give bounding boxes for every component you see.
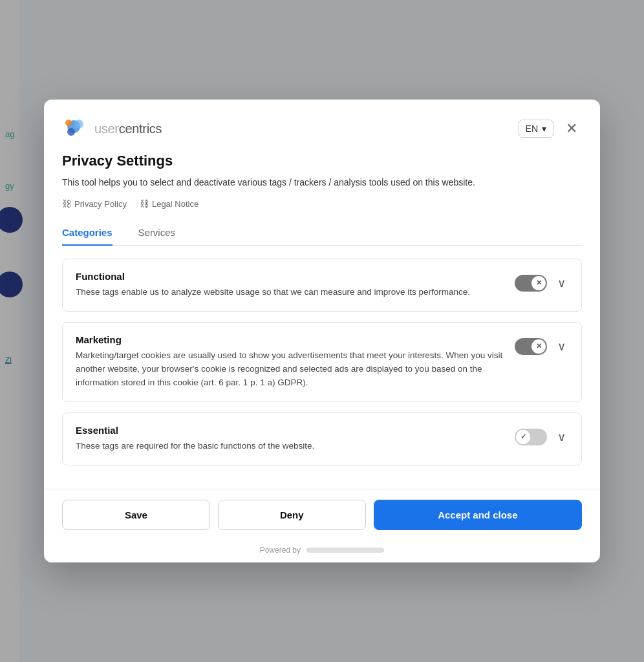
page-background: ag gy Zi usercentrics <box>0 0 644 662</box>
tabs-bar: Categories Services <box>62 220 582 246</box>
functional-controls: ✕ ∨ <box>515 273 568 293</box>
logo-area: usercentrics <box>62 115 162 142</box>
link-icon-2: ⛓ <box>140 198 149 209</box>
essential-controls: ✓ ∨ <box>515 427 568 447</box>
marketing-toggle[interactable]: ✕ <box>515 338 547 355</box>
tab-categories[interactable]: Categories <box>62 220 113 246</box>
legal-notice-link[interactable]: ⛓ Legal Notice <box>140 198 199 209</box>
svg-point-3 <box>65 120 72 126</box>
privacy-modal: usercentrics EN ▾ ✕ Privacy Settings Thi… <box>44 100 600 562</box>
tab-services[interactable]: Services <box>138 220 176 246</box>
accept-close-button[interactable]: Accept and close <box>374 500 582 530</box>
category-card-marketing: Marketing Marketing/target cookies are u… <box>62 322 582 402</box>
language-selector[interactable]: EN ▾ <box>519 120 553 138</box>
modal-overlay: usercentrics EN ▾ ✕ Privacy Settings Thi… <box>0 0 644 662</box>
essential-expand-button[interactable]: ∨ <box>555 427 568 447</box>
privacy-policy-link[interactable]: ⛓ Privacy Policy <box>62 198 127 209</box>
header-right: EN ▾ ✕ <box>519 118 582 139</box>
chevron-down-icon-2: ∨ <box>557 340 566 353</box>
toggle-check-icon: ✓ <box>521 432 526 441</box>
marketing-controls: ✕ ∨ <box>515 337 568 356</box>
toggle-x-icon: ✕ <box>536 279 542 287</box>
marketing-description: Marketing/target cookies are usually use… <box>76 349 504 390</box>
card-content-functional: Functional These tags enable us to analy… <box>76 271 504 299</box>
powered-by-text: Powered by <box>260 546 301 555</box>
save-button[interactable]: Save <box>62 500 210 530</box>
logo-icon <box>62 115 89 142</box>
chevron-down-icon: ▾ <box>542 123 546 134</box>
lang-label: EN <box>526 123 538 134</box>
marketing-title: Marketing <box>76 334 504 345</box>
card-content-essential: Essential These tags are required for th… <box>76 425 504 453</box>
category-card-functional: Functional These tags enable us to analy… <box>62 259 582 312</box>
modal-description: This tool helps you to select and deacti… <box>62 176 582 189</box>
close-button[interactable]: ✕ <box>561 118 582 139</box>
marketing-expand-button[interactable]: ∨ <box>555 337 568 356</box>
chevron-down-icon: ∨ <box>557 277 566 290</box>
modal-header: usercentrics EN ▾ ✕ Privacy Settings Thi… <box>44 100 600 246</box>
powered-by: Powered by <box>44 540 600 562</box>
deny-button[interactable]: Deny <box>218 500 366 530</box>
svg-point-1 <box>74 120 83 129</box>
svg-point-2 <box>67 128 75 136</box>
essential-toggle-knob: ✓ <box>516 430 530 444</box>
essential-description: These tags are required for the basic fu… <box>76 440 504 453</box>
functional-expand-button[interactable]: ∨ <box>555 273 568 293</box>
functional-toggle[interactable]: ✕ <box>515 275 547 292</box>
chevron-down-icon-3: ∨ <box>557 431 566 443</box>
link-icon-1: ⛓ <box>62 198 71 209</box>
card-content-marketing: Marketing Marketing/target cookies are u… <box>76 334 504 390</box>
functional-description: These tags enable us to analyze website … <box>76 286 504 299</box>
category-card-essential: Essential These tags are required for th… <box>62 412 582 465</box>
modal-title: Privacy Settings <box>62 153 582 169</box>
essential-title: Essential <box>76 425 504 436</box>
logo-text: usercentrics <box>94 122 162 136</box>
marketing-toggle-knob: ✕ <box>531 339 546 354</box>
toggle-x-icon-2: ✕ <box>536 342 542 350</box>
modal-footer: Save Deny Accept and close <box>44 489 600 540</box>
modal-top-bar: usercentrics EN ▾ ✕ <box>62 115 582 142</box>
functional-title: Functional <box>76 271 504 282</box>
legal-notice-label: Legal Notice <box>152 199 199 209</box>
functional-toggle-knob: ✕ <box>531 276 546 290</box>
powered-by-logo <box>306 548 384 553</box>
modal-content[interactable]: Functional These tags enable us to analy… <box>44 246 600 489</box>
essential-toggle[interactable]: ✓ <box>515 429 547 445</box>
modal-links: ⛓ Privacy Policy ⛓ Legal Notice <box>62 198 582 209</box>
privacy-policy-label: Privacy Policy <box>74 199 127 209</box>
